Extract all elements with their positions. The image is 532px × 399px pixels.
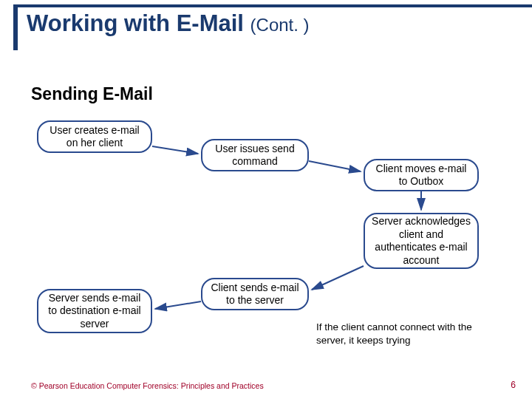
step-box-5: Client sends e-mail to the server: [201, 278, 309, 310]
step-box-6: Server sends e-mail to destination e-mai…: [37, 289, 152, 333]
section-subtitle: Sending E-Mail: [31, 84, 153, 104]
caption-text: If the client cannot connect with the se…: [316, 321, 486, 347]
footer-copyright: © Pearson Education Computer Forensics: …: [31, 381, 264, 390]
page-number: 6: [511, 380, 516, 390]
step-box-1: User creates e-mail on her client: [37, 120, 152, 153]
svg-line-4: [155, 301, 201, 309]
step-box-4: Server acknowledges client and authentic…: [364, 213, 479, 269]
svg-line-1: [309, 161, 361, 171]
svg-line-0: [152, 146, 198, 154]
slide-title: Working with E-Mail (Cont. ): [27, 10, 310, 37]
title-cont: (Cont. ): [250, 15, 310, 35]
step-box-3: Client moves e-mail to Outbox: [364, 159, 479, 191]
title-main: Working with E-Mail: [27, 10, 244, 36]
step-box-2: User issues send command: [201, 139, 309, 171]
svg-line-3: [312, 266, 364, 290]
title-top-border: [13, 4, 532, 7]
title-left-accent: [13, 4, 18, 50]
